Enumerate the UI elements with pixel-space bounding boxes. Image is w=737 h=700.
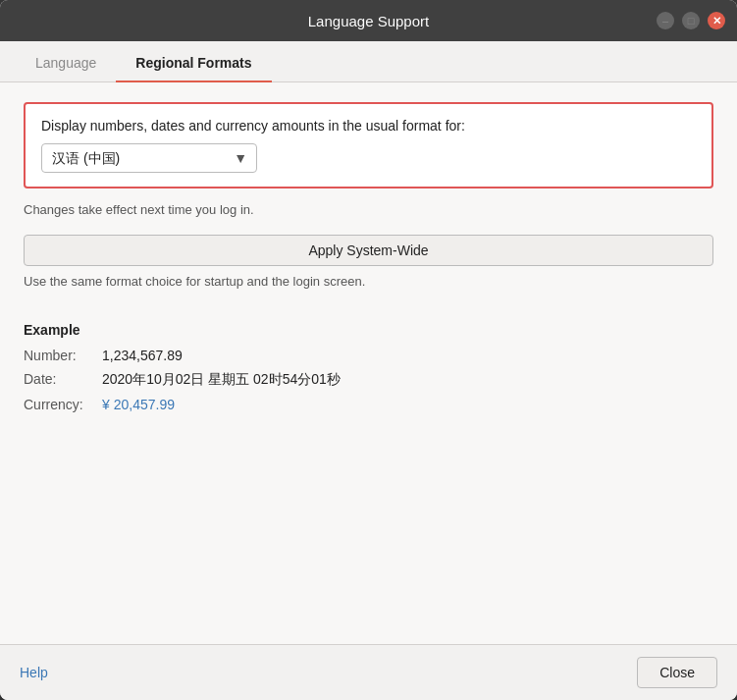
close-icon: ✕: [712, 15, 721, 27]
tab-regional-formats[interactable]: Regional Formats: [116, 45, 271, 82]
date-value: 2020年10月02日 星期五 02时54分01秒: [102, 371, 341, 389]
format-selection-box: Display numbers, dates and currency amou…: [24, 102, 713, 188]
close-button[interactable]: Close: [637, 657, 717, 688]
maximize-icon: □: [688, 15, 695, 27]
window-title: Language Support: [308, 13, 429, 29]
apply-system-wide-button[interactable]: Apply System-Wide: [24, 235, 713, 266]
locale-dropdown-wrapper: 汉语 (中国) ▼: [41, 143, 257, 173]
changes-note: Changes take effect next time you log in…: [24, 202, 713, 217]
titlebar: Language Support – □ ✕: [0, 0, 737, 41]
locale-dropdown[interactable]: 汉语 (中国): [41, 143, 257, 173]
currency-value: ¥ 20,457.99: [102, 397, 175, 412]
main-content: Display numbers, dates and currency amou…: [0, 82, 737, 644]
window-controls: – □ ✕: [657, 12, 725, 29]
help-link[interactable]: Help: [20, 665, 48, 680]
example-number-row: Number: 1,234,567.89: [24, 348, 713, 363]
tab-bar: Language Regional Formats: [0, 41, 737, 82]
example-date-row: Date: 2020年10月02日 星期五 02时54分01秒: [24, 371, 713, 389]
minimize-button[interactable]: –: [657, 12, 674, 29]
date-label: Date:: [24, 371, 102, 387]
currency-label: Currency:: [24, 397, 102, 412]
number-value: 1,234,567.89: [102, 348, 183, 363]
apply-note: Use the same format choice for startup a…: [24, 274, 713, 289]
example-section: Example Number: 1,234,567.89 Date: 2020年…: [24, 322, 713, 420]
example-currency-row: Currency: ¥ 20,457.99: [24, 397, 713, 412]
maximize-button[interactable]: □: [682, 12, 700, 29]
format-description: Display numbers, dates and currency amou…: [41, 118, 696, 134]
example-title: Example: [24, 322, 713, 338]
footer: Help Close: [0, 644, 737, 700]
main-window: Language Support – □ ✕ Language Regional…: [0, 0, 737, 700]
close-titlebar-button[interactable]: ✕: [708, 12, 725, 29]
tab-language[interactable]: Language: [16, 45, 116, 82]
number-label: Number:: [24, 348, 102, 363]
minimize-icon: –: [662, 15, 668, 27]
